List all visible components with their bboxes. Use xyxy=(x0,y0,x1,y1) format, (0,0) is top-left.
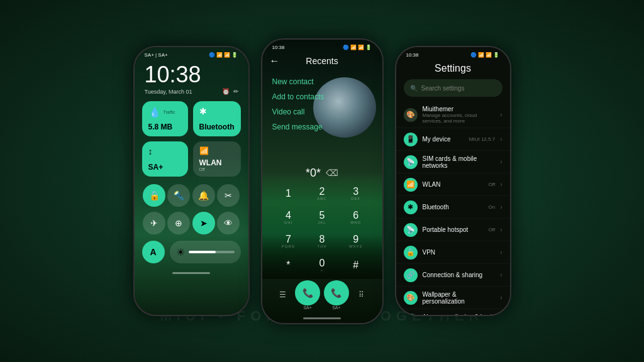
wlan-settings-name: WLAN xyxy=(423,181,484,188)
wlan-settings-value: Off xyxy=(489,182,496,187)
eye-btn[interactable]: 👁 xyxy=(217,212,240,234)
dial-0[interactable]: 0+ xyxy=(306,254,338,277)
wallpaper-arrow: › xyxy=(500,294,502,301)
phone1-screen: SA+ | SA+ 🔵 📶 📶 🔋 10:38 Tuesday, March 0… xyxy=(135,47,248,315)
a-btn[interactable]: A xyxy=(142,241,165,263)
scissors-btn[interactable]: ✂ xyxy=(217,184,240,207)
hotspot-arrow: › xyxy=(500,226,502,233)
aod-name: Always-on display & Lock screen xyxy=(423,314,496,315)
phone1-time: 10:38 xyxy=(135,60,248,88)
dial-9[interactable]: 9WXYZ xyxy=(340,230,372,253)
sa-tile[interactable]: ↕ SA+ xyxy=(142,141,188,177)
flashlight-btn[interactable]: 🔦 xyxy=(167,184,190,207)
dial-hash[interactable]: # xyxy=(340,254,372,277)
phone-1: SA+ | SA+ 🔵 📶 📶 🔋 10:38 Tuesday, March 0… xyxy=(133,46,250,316)
dial-1[interactable]: 1 xyxy=(272,182,305,205)
wlan-icon: 📶 xyxy=(199,146,209,155)
call-sa-plus-2[interactable]: 📞 xyxy=(324,280,349,305)
dial-star[interactable]: * xyxy=(272,254,305,277)
lock-btn[interactable]: 🔒 xyxy=(143,184,165,207)
settings-miuithemer[interactable]: 🎨 Miuithemer Manage accounts, cloud serv… xyxy=(396,102,510,128)
phone-2: 10:38 🔵 📶 📶 🔋 ← Recents New contact Add … xyxy=(261,38,384,324)
settings-hotspot[interactable]: 📡 Portable hotspot Off › xyxy=(396,219,510,241)
dialpad-grid-btn[interactable]: ⠿ xyxy=(353,286,370,304)
airplane-btn[interactable]: ✈ xyxy=(143,212,165,234)
backspace-button[interactable]: ⌫ xyxy=(326,168,338,178)
controls-row2: ✈ ⊕ ➤ 👁 xyxy=(135,209,248,237)
wallpaper-icon: 🎨 xyxy=(404,291,418,305)
miuithemer-icon: 🎨 xyxy=(404,108,418,122)
my-device-name: My device xyxy=(423,136,464,143)
phone2-time: 10:38 xyxy=(272,45,285,50)
brightness-control[interactable]: ☀ xyxy=(170,241,241,263)
phone1-carrier: SA+ | SA+ xyxy=(145,52,168,58)
brightness-fill xyxy=(189,251,216,253)
contrast-btn[interactable]: ⊕ xyxy=(167,212,190,234)
connection-name: Connection & sharing xyxy=(423,272,496,278)
settings-my-device[interactable]: 📱 My device MIUI 12,5.7 › xyxy=(396,128,510,151)
menu-btn[interactable]: ☰ xyxy=(274,286,291,304)
phone2-home-indicator[interactable] xyxy=(303,317,341,319)
settings-wallpaper[interactable]: 🎨 Wallpaper & personalization › xyxy=(396,287,510,309)
dial-4[interactable]: 4GHI xyxy=(272,206,305,229)
brightness-icon: ☀ xyxy=(176,246,185,258)
settings-aod[interactable]: 🔒 Always-on display & Lock screen › xyxy=(396,309,510,315)
phones-container: SA+ | SA+ 🔵 📶 📶 🔋 10:38 Tuesday, March 0… xyxy=(133,38,511,324)
bluetooth-label: Bluetooth xyxy=(199,123,235,131)
settings-bluetooth[interactable]: ✱ Bluetooth On › xyxy=(396,196,510,219)
phone2-status-icons: 🔵 📶 📶 🔋 xyxy=(343,45,372,50)
sim-arrow: › xyxy=(500,158,502,165)
wlan-settings-text: WLAN xyxy=(423,181,484,188)
sim-icon: 📡 xyxy=(404,155,418,169)
settings-wlan[interactable]: 📶 WLAN Off › xyxy=(396,173,510,196)
send-message-item[interactable]: Send message xyxy=(272,119,372,134)
bluetooth-tile[interactable]: ✱ Bluetooth xyxy=(193,101,241,136)
traffic-tile[interactable]: 💧 Traffic 5.8 MB xyxy=(142,101,188,136)
dial-actions-bar: ☰ 📞 SA+ 📞 SA+ ⠿ xyxy=(262,277,382,312)
settings-vpn[interactable]: 🔒 VPN › xyxy=(396,241,510,264)
miuithemer-name: Miuithemer xyxy=(423,106,496,112)
dial-6[interactable]: 6MNO xyxy=(340,206,372,229)
traffic-value: 5.8 MB xyxy=(148,123,182,131)
alarm-icon[interactable]: ⏰ xyxy=(222,88,230,95)
home-indicator[interactable] xyxy=(172,272,210,274)
bluetooth-settings-arrow: › xyxy=(500,204,502,211)
phone2-header: ← Recents xyxy=(262,53,382,69)
call-label-1: SA+ xyxy=(295,305,320,310)
dialed-number: *0* xyxy=(306,167,321,180)
search-icon: 🔍 xyxy=(410,85,418,92)
phone1-date-row: Tuesday, March 01 ⏰ ✏ xyxy=(135,88,248,101)
phone2-screen: 10:38 🔵 📶 📶 🔋 ← Recents New contact Add … xyxy=(262,40,382,323)
add-contacts-item[interactable]: Add to contacts xyxy=(272,89,372,104)
miuithemer-text: Miuithemer Manage accounts, cloud servic… xyxy=(423,106,496,124)
back-button[interactable]: ← xyxy=(270,55,280,67)
dial-2[interactable]: 2ABC xyxy=(306,182,338,205)
video-call-item[interactable]: Video call xyxy=(272,104,372,119)
wallpaper-name: Wallpaper & personalization xyxy=(423,291,496,305)
phone3-status-bar: 10:38 🔵 📶 📶 🔋 xyxy=(396,47,510,60)
location-btn[interactable]: ➤ xyxy=(192,212,215,234)
sim-text: SIM cards & mobile networks xyxy=(423,155,496,169)
dial-5[interactable]: 5JKL xyxy=(306,206,338,229)
wlan-tile[interactable]: 📶 WLAN Off xyxy=(193,141,241,177)
phone-3: 10:38 🔵 📶 📶 🔋 Settings 🔍 Search settings… xyxy=(395,46,511,316)
signal-icon: ↕ xyxy=(148,146,182,156)
controls-row1: 🔒 🔦 🔔 ✂ xyxy=(135,182,248,209)
search-placeholder: Search settings xyxy=(421,85,465,92)
phone1-status-icons: 🔵 📶 📶 🔋 xyxy=(209,52,238,58)
dial-7[interactable]: 7PQRS xyxy=(272,230,305,253)
new-contact-item[interactable]: New contact xyxy=(272,74,372,89)
dial-8[interactable]: 8TUV xyxy=(306,230,338,253)
brightness-bar xyxy=(189,251,235,253)
settings-connection[interactable]: 🔗 Connection & sharing › xyxy=(396,264,510,287)
call-sa-plus-1[interactable]: 📞 xyxy=(295,280,320,305)
dial-3[interactable]: 3DEF xyxy=(340,182,372,205)
settings-sim[interactable]: 📡 SIM cards & mobile networks › xyxy=(396,151,510,173)
edit-icon[interactable]: ✏ xyxy=(233,88,238,95)
wlan-settings-icon: 📶 xyxy=(404,178,418,192)
my-device-value: MIUI 12,5.7 xyxy=(469,136,495,142)
traffic-label: Traffic xyxy=(164,110,175,114)
search-bar[interactable]: 🔍 Search settings xyxy=(404,79,502,97)
notification-btn[interactable]: 🔔 xyxy=(192,184,215,207)
phone3-status-icons: 🔵 📶 📶 🔋 xyxy=(470,52,500,58)
